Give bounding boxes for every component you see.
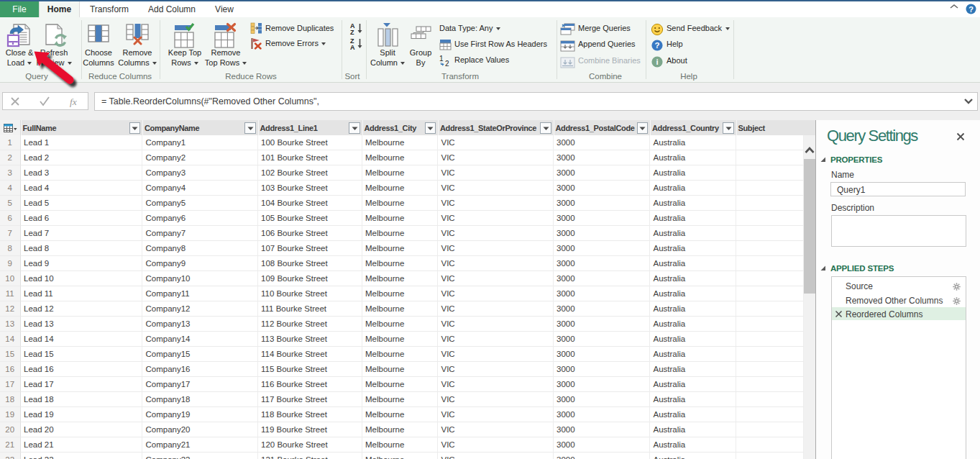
svg-text:Z: Z [350,29,354,35]
svg-text:i: i [656,58,658,66]
svg-text:2: 2 [445,60,449,67]
svg-text:?: ? [654,41,659,50]
svg-text:1: 1 [439,55,444,63]
svg-text:A: A [350,44,355,50]
svg-text:?: ? [968,5,974,14]
